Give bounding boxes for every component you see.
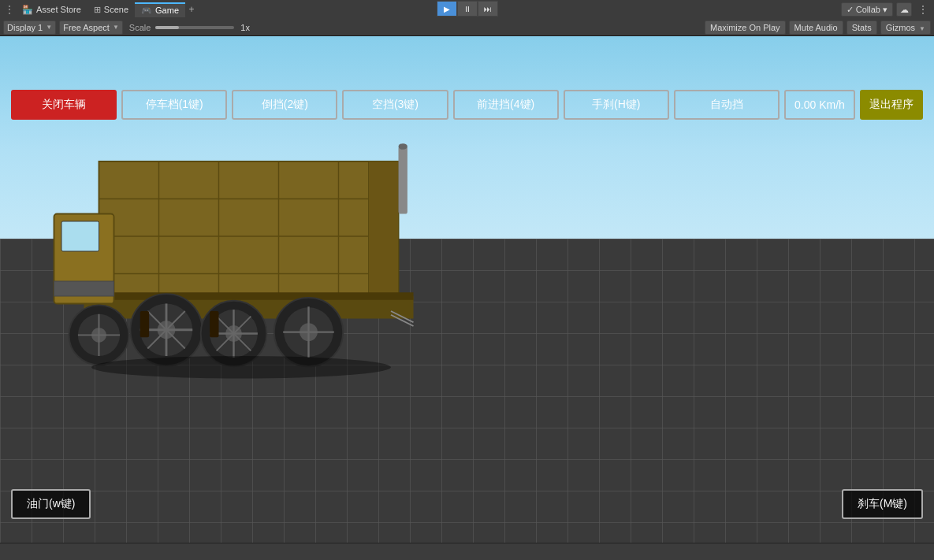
scale-value: 1x — [240, 23, 250, 32]
svg-point-16 — [399, 143, 407, 150]
tab-game[interactable]: 🎮 Game — [135, 2, 185, 17]
step-button[interactable]: ⏭ — [478, 1, 498, 17]
speed-display: 0.00 Km/h — [784, 90, 855, 120]
pause-button[interactable]: ⏸ — [457, 1, 478, 17]
aspect-select[interactable]: Free Aspect ▼ — [59, 20, 123, 35]
play-button[interactable]: ▶ — [437, 1, 457, 17]
scale-label: Scale — [129, 23, 151, 32]
truck-model — [37, 102, 415, 401]
gizmos-button[interactable]: Gizmos ▼ — [880, 20, 931, 35]
scene-icon: ⊞ — [94, 5, 101, 15]
svg-rect-11 — [84, 292, 414, 300]
bottom-buttons: 油门(w键) 刹车(M键) — [11, 489, 923, 519]
svg-rect-9 — [369, 161, 399, 296]
asset-store-icon: 🏪 — [22, 5, 33, 15]
tab-scene[interactable]: ⊞ Scene — [87, 3, 135, 17]
game-icon: 🎮 — [141, 6, 152, 16]
svg-rect-15 — [399, 146, 407, 214]
scale-slider[interactable] — [155, 26, 234, 29]
drive-gear-button[interactable]: 前进挡(4键) — [453, 90, 559, 120]
handbrake-button[interactable]: 手刹(H键) — [564, 90, 669, 120]
close-vehicle-button[interactable]: 关闭车辆 — [11, 90, 117, 120]
sidebar-toggle-button[interactable]: ⋮ — [3, 1, 16, 18]
chevron-down-icon: ▼ — [46, 24, 52, 31]
collab-button[interactable]: ✓ Collab ▾ — [841, 2, 893, 17]
svg-rect-14 — [54, 281, 114, 296]
brake-button[interactable]: 刹车(M键) — [842, 489, 923, 519]
more-options-button[interactable]: ⋮ — [915, 2, 931, 17]
svg-rect-13 — [61, 221, 99, 251]
stats-button[interactable]: Stats — [847, 20, 877, 35]
svg-rect-42 — [210, 311, 218, 337]
park-gear-button[interactable]: 停车档(1键) — [121, 90, 227, 120]
step-icon: ⏭ — [484, 5, 492, 13]
add-tab-button[interactable]: + — [185, 1, 198, 18]
play-icon: ▶ — [444, 5, 450, 13]
mute-audio-button[interactable]: Mute Audio — [789, 20, 843, 35]
display-select[interactable]: Display 1 ▼ — [3, 20, 56, 35]
tab-asset-store[interactable]: 🏪 Asset Store — [16, 3, 87, 17]
game-viewport: 关闭车辆 停车档(1键) 倒挡(2键) 空挡(3键) 前进挡(4键) 手刹(H键… — [0, 36, 934, 543]
cloud-button[interactable]: ☁ — [896, 2, 912, 17]
svg-marker-1 — [99, 161, 399, 296]
cloud-icon: ☁ — [900, 5, 909, 15]
game-buttons-row: 关闭车辆 停车档(1键) 倒挡(2键) 空挡(3键) 前进挡(4键) 手刹(H键… — [11, 90, 923, 120]
maximize-on-play-button[interactable]: Maximize On Play — [705, 20, 786, 35]
auto-gear-button[interactable]: 自动挡 — [674, 90, 780, 120]
status-bar — [0, 543, 934, 560]
exit-program-button[interactable]: 退出程序 — [860, 90, 923, 120]
gizmos-chevron-icon: ▼ — [919, 25, 925, 32]
svg-point-45 — [91, 356, 391, 379]
pause-icon: ⏸ — [463, 5, 471, 13]
neutral-gear-button[interactable]: 空挡(3键) — [342, 90, 448, 120]
chevron-down-icon-2: ▼ — [113, 24, 119, 31]
reverse-gear-button[interactable]: 倒挡(2键) — [232, 90, 337, 120]
accelerate-button[interactable]: 油门(w键) — [11, 489, 91, 519]
svg-rect-41 — [140, 311, 149, 337]
